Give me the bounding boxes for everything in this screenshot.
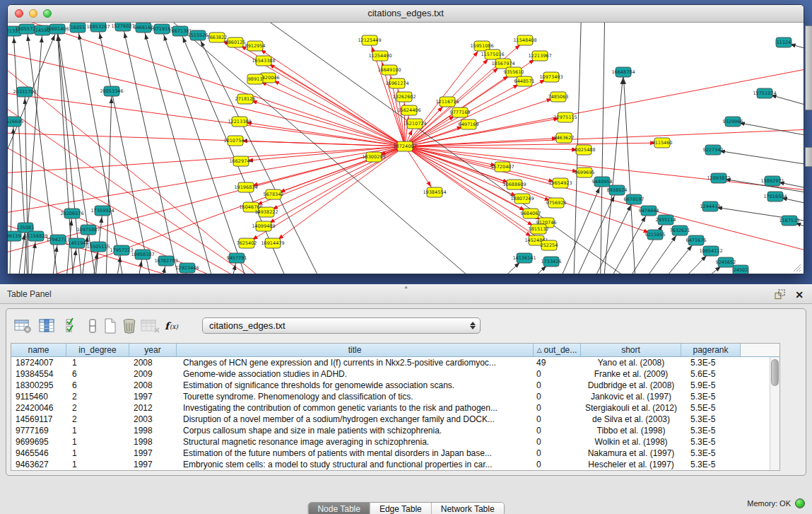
graph-node[interactable]: 12213967 xyxy=(528,51,551,61)
graph-edge[interactable] xyxy=(98,27,156,274)
graph-node[interactable]: 10853287 xyxy=(86,23,110,32)
column-header-name[interactable]: name xyxy=(11,344,66,356)
graph-edge[interactable] xyxy=(405,40,525,146)
column-header-pagerank[interactable]: pagerank xyxy=(681,344,741,356)
graph-node[interactable]: 99139 xyxy=(8,231,21,241)
table-cell[interactable]: 0 xyxy=(534,448,581,459)
table-cell[interactable]: Nakamura et al. (1997) xyxy=(581,448,681,459)
table-cell[interactable]: 1997 xyxy=(129,448,177,459)
graph-node[interactable]: 9227342 xyxy=(703,145,724,155)
graph-node[interactable]: 20206576 xyxy=(60,209,83,218)
graph-node[interactable]: 10958107 xyxy=(131,250,154,259)
graph-node[interactable]: 16914479 xyxy=(261,238,284,248)
graph-node[interactable]: 10025488 xyxy=(572,145,595,155)
table-cell[interactable]: 0 xyxy=(534,459,581,470)
graph-node[interactable]: 7515526 xyxy=(188,30,208,40)
table-selector-dropdown[interactable]: citations_edges.txt xyxy=(202,317,481,334)
graph-edge[interactable] xyxy=(8,132,312,274)
graph-node[interactable]: 12125449 xyxy=(358,35,381,45)
graph-node[interactable]: 15892971 xyxy=(760,176,784,186)
table-cell[interactable]: 2008 xyxy=(129,380,177,391)
graph-node[interactable]: 15751074 xyxy=(753,88,776,98)
table-cell[interactable]: Corpus callosum shape and size in male p… xyxy=(177,425,534,436)
table-cell[interactable]: Estimation of the future numbers of pati… xyxy=(177,448,534,459)
column-header-year[interactable]: year xyxy=(129,344,177,356)
table-row[interactable]: 946362711997Embryonic stem cells: a mode… xyxy=(11,459,779,470)
graph-edge[interactable] xyxy=(713,150,804,168)
table-cell[interactable]: Tourette syndrome. Phenomenology and cla… xyxy=(177,391,534,402)
column-header-title[interactable]: title xyxy=(177,344,534,356)
table-cell[interactable]: 1 xyxy=(66,425,129,436)
graph-node[interactable]: 7663822 xyxy=(207,33,228,42)
table-cell[interactable]: 9115460 xyxy=(11,391,66,402)
graph-edge[interactable] xyxy=(600,23,605,274)
graph-node[interactable]: 7625402 xyxy=(237,238,257,248)
table-row[interactable]: 2242004622012Investigating the contribut… xyxy=(11,402,779,414)
graph-edge[interactable] xyxy=(273,146,405,243)
graph-node[interactable]: 10975887 xyxy=(76,225,100,235)
graph-node[interactable]: 16648784 xyxy=(611,67,635,77)
table-row[interactable]: 946554611997Estimation of the future num… xyxy=(11,448,779,459)
close-panel-icon[interactable]: ✕ xyxy=(795,290,804,300)
table-cell[interactable]: 1 xyxy=(66,436,129,448)
table-cell[interactable]: 1997 xyxy=(129,459,177,470)
table-cell[interactable]: Changes of HCN gene expression and I(f) … xyxy=(177,357,534,368)
table-cell[interactable]: 5.6E-5 xyxy=(681,368,741,380)
graph-edge[interactable] xyxy=(405,46,482,146)
table-cell[interactable]: 14569117 xyxy=(11,414,66,425)
graph-node[interactable]: 17016504 xyxy=(763,192,787,201)
table-cell[interactable]: 5.5E-5 xyxy=(681,402,741,414)
column-visibility-button[interactable] xyxy=(37,316,57,336)
table-cell[interactable]: 0 xyxy=(534,436,581,448)
close-window-button[interactable] xyxy=(15,9,23,18)
table-cell[interactable]: 22420046 xyxy=(11,402,66,414)
table-cell[interactable]: 0 xyxy=(534,368,581,380)
row-selection-button[interactable] xyxy=(63,316,83,336)
graph-node[interactable]: 12213389 xyxy=(228,117,251,127)
graph-edge[interactable] xyxy=(78,230,88,274)
vertical-scrollbar[interactable] xyxy=(770,357,779,470)
graph-node[interactable]: 9215955 xyxy=(645,230,666,240)
graph-node[interactable]: 6679197 xyxy=(624,194,645,204)
graph-node[interactable]: 8912954 xyxy=(245,41,266,51)
table-cell[interactable]: 9465546 xyxy=(11,448,66,459)
table-cell[interactable]: 5.3E-5 xyxy=(681,425,741,436)
table-cell[interactable]: Yano et al. (2008) xyxy=(581,357,681,368)
graph-edge[interactable] xyxy=(123,26,184,274)
table-cell[interactable]: Investigating the contribution of common… xyxy=(177,402,534,414)
graph-node[interactable]: 1244413 xyxy=(700,201,721,211)
graph-edge[interactable] xyxy=(162,29,255,274)
graph-node[interactable]: 13262602 xyxy=(392,92,416,102)
table-cell[interactable]: Tibbo et al. (1998) xyxy=(581,425,681,436)
table-cell[interactable]: 0 xyxy=(534,380,581,391)
table-cell[interactable]: 18300295 xyxy=(11,380,66,391)
table-cell[interactable]: 5.3E-5 xyxy=(681,448,741,459)
graph-edge[interactable] xyxy=(601,72,623,274)
graph-edge[interactable] xyxy=(405,77,551,146)
split-divider-handle-icon[interactable]: ▴ xyxy=(404,284,407,290)
table-cell[interactable]: 19384554 xyxy=(11,368,66,380)
graph-node[interactable]: 20053346 xyxy=(100,86,123,96)
table-cell[interactable]: 2 xyxy=(66,391,129,402)
graph-node[interactable]: 9684067 xyxy=(521,209,541,218)
graph-node[interactable]: 9329966 xyxy=(723,117,743,127)
table-cell[interactable]: Jankovic et al. (1997) xyxy=(581,391,681,402)
table-row[interactable]: 1938455462009Genome-wide association stu… xyxy=(11,368,779,380)
graph-node[interactable]: 19654923 xyxy=(548,178,572,188)
table-cell[interactable]: 5.3E-5 xyxy=(681,357,741,368)
graph-node[interactable]: 14099489 xyxy=(252,221,275,231)
table-cell[interactable]: 6 xyxy=(66,380,129,391)
graph-node[interactable]: 10654112 xyxy=(699,246,722,256)
graph-node[interactable]: 9115460 xyxy=(652,138,673,148)
table-cell[interactable]: Dudbridge et al. (2008) xyxy=(581,380,681,391)
graph-node[interactable]: 2935114 xyxy=(656,215,676,225)
table-row[interactable]: 911546021997Tourette syndrome. Phenomeno… xyxy=(11,391,779,402)
table-cell[interactable]: 1 xyxy=(66,357,129,368)
graph-node[interactable]: 11124 xyxy=(776,37,792,47)
table-row[interactable]: 1456911722003Disruption of a novel membe… xyxy=(11,414,779,425)
table-cell[interactable]: 18724007 xyxy=(11,357,66,368)
graph-node[interactable]: 2526695 xyxy=(8,117,23,127)
table-cell[interactable]: Wolkin et al. (1998) xyxy=(581,436,681,448)
graph-node[interactable]: 6471676 xyxy=(686,235,707,245)
graph-node[interactable]: 9474444 xyxy=(639,206,659,216)
